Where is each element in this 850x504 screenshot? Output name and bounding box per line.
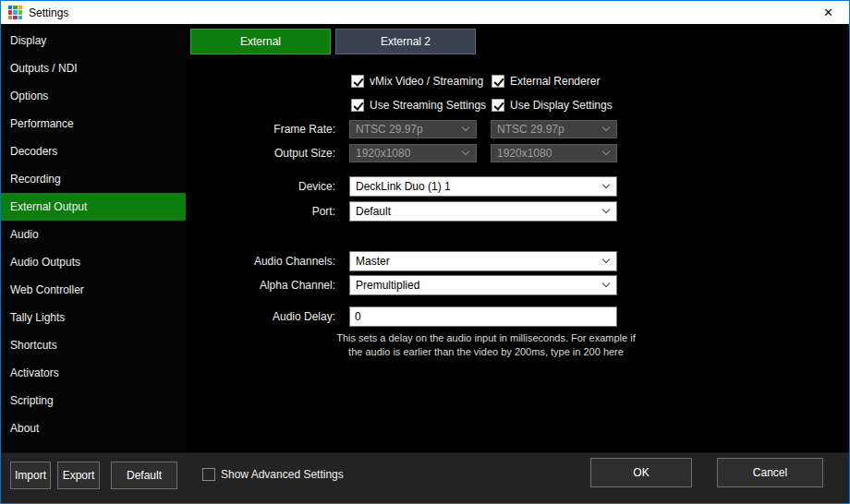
external-renderer-checkbox[interactable]: External Renderer <box>492 74 600 89</box>
device-select[interactable]: DeckLink Duo (1) 1 <box>349 176 617 197</box>
chevron-down-icon <box>462 124 469 131</box>
checkbox-icon <box>351 75 364 88</box>
vmix-video-streaming-label: vMix Video / Streaming <box>370 75 483 88</box>
use-streaming-settings-label: Use Streaming Settings <box>370 99 486 112</box>
audio-delay-help-line-1: This sets a delay on the audio input in … <box>278 331 694 345</box>
audio-channels-select[interactable]: Master <box>349 251 617 271</box>
frame-rate-label: Frame Rate: <box>186 120 335 138</box>
output-size-row: Output Size: 1920x1080 1920x1080 <box>186 144 849 162</box>
titlebar: Settings ✕ <box>1 1 849 24</box>
checkbox-icon <box>202 468 215 481</box>
chevron-down-icon <box>602 256 610 263</box>
alpha-channel-select[interactable]: Premultiplied <box>349 275 617 295</box>
audio-delay-help-line-2: the audio is earlier than the video by 2… <box>278 345 694 359</box>
vmix-video-streaming-checkbox[interactable]: vMix Video / Streaming <box>351 74 483 89</box>
output-size-select-right: 1920x1080 <box>491 144 617 162</box>
port-value: Default <box>356 205 391 218</box>
show-advanced-label: Show Advanced Settings <box>221 468 344 481</box>
use-streaming-settings-checkbox[interactable]: Use Streaming Settings <box>351 98 486 113</box>
use-display-settings-checkbox[interactable]: Use Display Settings <box>492 98 613 113</box>
show-advanced-checkbox[interactable]: Show Advanced Settings <box>202 467 344 482</box>
sidebar-item-about[interactable]: About <box>1 414 186 442</box>
vmix-logo-icon <box>8 6 22 19</box>
window-title: Settings <box>29 6 68 19</box>
device-label: Device: <box>186 176 335 197</box>
chevron-down-icon <box>602 280 610 287</box>
sidebar-item-external-output[interactable]: External Output <box>1 193 186 221</box>
frame-rate-value-left: NTSC 29.97p <box>356 123 423 136</box>
checkbox-icon <box>492 75 504 88</box>
sidebar-item-decoders[interactable]: Decoders <box>1 138 186 165</box>
chevron-down-icon <box>602 181 610 188</box>
cancel-button[interactable]: Cancel <box>717 458 823 487</box>
frame-rate-select-left: NTSC 29.97p <box>349 120 477 138</box>
port-select[interactable]: Default <box>349 201 617 222</box>
port-row: Port: Default <box>186 201 849 222</box>
import-button[interactable]: Import <box>10 462 51 489</box>
checkbox-icon <box>351 99 364 112</box>
footer-bar: Import Export Default Show Advanced Sett… <box>1 452 849 503</box>
sidebar-item-options[interactable]: Options <box>1 82 186 110</box>
use-display-settings-label: Use Display Settings <box>510 99 613 112</box>
settings-window: Settings ✕ Display Outputs / NDI Options… <box>0 0 850 504</box>
chevron-down-icon <box>462 148 469 155</box>
sidebar-item-tally-lights[interactable]: Tally Lights <box>1 304 186 331</box>
alpha-channel-label: Alpha Channel: <box>186 275 335 295</box>
audio-channels-value: Master <box>356 255 390 268</box>
chevron-down-icon <box>602 206 610 213</box>
sidebar-item-scripting[interactable]: Scripting <box>1 387 186 414</box>
frame-rate-value-right: NTSC 29.97p <box>497 123 565 136</box>
sidebar-item-recording[interactable]: Recording <box>1 165 186 193</box>
output-size-label: Output Size: <box>186 144 335 162</box>
output-size-select-left: 1920x1080 <box>349 144 477 162</box>
alpha-channel-value: Premultiplied <box>356 279 419 292</box>
sidebar-item-outputs-ndi[interactable]: Outputs / NDI <box>1 54 186 82</box>
sidebar-item-web-controller[interactable]: Web Controller <box>1 276 186 304</box>
checkbox-icon <box>492 99 504 112</box>
device-row: Device: DeckLink Duo (1) 1 <box>186 176 849 197</box>
chevron-down-icon <box>602 148 610 155</box>
sidebar: Display Outputs / NDI Options Performanc… <box>1 24 186 452</box>
audio-delay-input[interactable] <box>349 306 617 327</box>
frame-rate-row: Frame Rate: NTSC 29.97p NTSC 29.97p <box>186 120 849 138</box>
frame-rate-select-right: NTSC 29.97p <box>491 120 617 138</box>
chevron-down-icon <box>602 124 610 131</box>
audio-channels-label: Audio Channels: <box>186 251 335 271</box>
audio-channels-row: Audio Channels: Master <box>186 251 849 271</box>
external-renderer-label: External Renderer <box>510 75 600 88</box>
device-value: DeckLink Duo (1) 1 <box>356 180 451 193</box>
sidebar-item-shortcuts[interactable]: Shortcuts <box>1 331 186 359</box>
default-button[interactable]: Default <box>111 462 177 489</box>
sidebar-item-activators[interactable]: Activators <box>1 359 186 387</box>
audio-delay-label: Audio Delay: <box>186 306 335 327</box>
external-output-panel: External External 2 vMix Video / Streami… <box>186 24 849 452</box>
port-label: Port: <box>186 201 335 222</box>
sidebar-item-performance[interactable]: Performance <box>1 110 186 138</box>
export-button[interactable]: Export <box>57 462 100 489</box>
close-icon[interactable]: ✕ <box>808 1 849 24</box>
ok-button[interactable]: OK <box>590 458 692 487</box>
output-size-value-right: 1920x1080 <box>497 147 552 160</box>
audio-delay-row: Audio Delay: <box>186 306 849 327</box>
tab-bar: External External 2 <box>190 29 476 54</box>
tab-external-2[interactable]: External 2 <box>335 29 476 54</box>
tab-external[interactable]: External <box>190 29 331 54</box>
sidebar-item-audio[interactable]: Audio <box>1 221 186 248</box>
output-size-value-left: 1920x1080 <box>356 147 410 160</box>
sidebar-item-display[interactable]: Display <box>1 27 186 54</box>
sidebar-item-audio-outputs[interactable]: Audio Outputs <box>1 248 186 276</box>
alpha-channel-row: Alpha Channel: Premultiplied <box>186 275 849 295</box>
audio-delay-help-text: This sets a delay on the audio input in … <box>278 331 694 359</box>
